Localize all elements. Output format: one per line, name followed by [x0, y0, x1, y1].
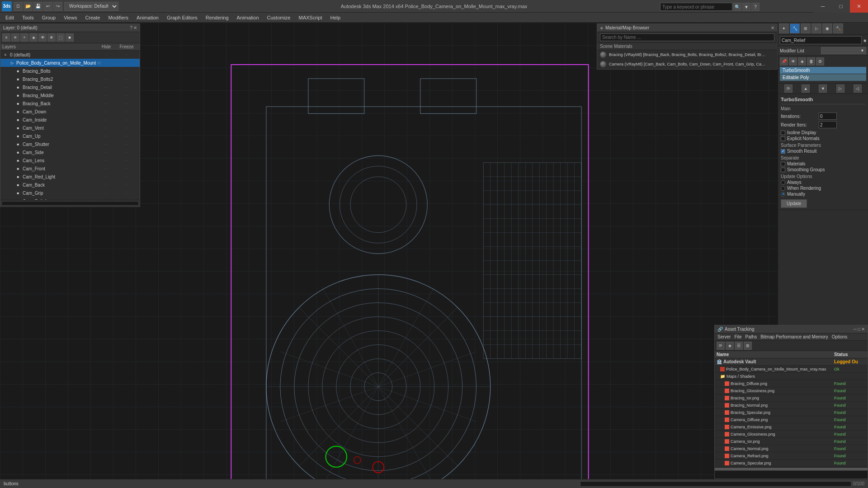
asset-detail-view-btn[interactable]: ⊞ [744, 342, 752, 350]
asset-item-camera-refract[interactable]: Camera_Refract.png Found [715, 452, 868, 460]
pin-stack-btn[interactable]: 📌 [780, 57, 788, 66]
close-btn[interactable]: ✕ [850, 0, 868, 13]
layer-freeze-btn[interactable]: ❄ [47, 33, 56, 42]
layer-item-cam-front[interactable]: ■ Cam_Front ··· ··· [0, 164, 140, 173]
menu-customize[interactable]: Customize [264, 13, 294, 23]
layer-item-police-body[interactable]: ▷ Police_Body_Camera_on_Molle_Mount □ ··… [0, 59, 140, 67]
timeline-bar[interactable] [580, 481, 851, 487]
make-unique-btn[interactable]: ◈ [798, 57, 806, 66]
mod-icon-5[interactable]: ◁ [854, 84, 862, 93]
menu-graph-editors[interactable]: Graph Editors [163, 13, 201, 23]
layer-panel-help[interactable]: ? [130, 25, 132, 30]
explicit-normals-checkbox[interactable] [781, 136, 785, 141]
render-iters-input[interactable] [819, 121, 837, 128]
asset-item-camera-emissive[interactable]: Camera_Emissive.png Found [715, 423, 868, 431]
create-panel-btn[interactable]: ✦ [779, 23, 789, 33]
materials-checkbox[interactable] [781, 162, 785, 166]
search-options-btn[interactable]: ▼ [742, 3, 750, 11]
asset-menu-options[interactable]: Options [832, 334, 847, 339]
layer-select-btn[interactable]: ◈ [29, 33, 38, 42]
asset-item-bracing-normal[interactable]: Bracing_Normal.png Found [715, 402, 868, 409]
material-browser-close[interactable]: ✕ [771, 25, 774, 30]
layer-scrollbar-track[interactable] [1, 201, 139, 206]
layer-item-cam-red-light[interactable]: ■ Cam_Red_Light ··· ··· [0, 173, 140, 181]
layer-item-cam-down[interactable]: ■ Cam_Down ··· ··· [0, 108, 140, 116]
asset-item-bracing-ior[interactable]: Bracing_Ior.png Found [715, 394, 868, 402]
hierarchy-btn[interactable]: ⊞ [801, 23, 811, 33]
asset-refresh-btn[interactable]: ⟳ [717, 342, 725, 350]
turbosmooth-modifier[interactable]: TurboSmooth [780, 67, 866, 74]
asset-item-vault[interactable]: 🏦 Autodesk Vault Logged Ou [715, 358, 868, 366]
layer-item-cam-shutter[interactable]: ■ Cam_Shutter ··· ··· [0, 140, 140, 148]
asset-item-bracing-diffuse[interactable]: Bracing_Diffuse.png Found [715, 380, 868, 387]
asset-menu-paths[interactable]: Paths [745, 334, 757, 339]
modifier-list-dropdown[interactable]: ▼ [821, 47, 866, 54]
layer-item-cam-lens[interactable]: ■ Cam_Lens ··· ··· [0, 156, 140, 164]
menu-animation[interactable]: Animation [133, 13, 162, 23]
asset-tracking-maximize[interactable]: □ [858, 327, 860, 332]
layer-item-cam-back[interactable]: ■ Cam_Back ··· ··· [0, 181, 140, 189]
layer-item-bracing-middle[interactable]: ■ Bracing_Middle ··· ··· [0, 91, 140, 99]
material-bracing[interactable]: Bracing (VRayMtl) [Bracing_Back, Bracing… [597, 50, 777, 60]
asset-item-bracing-specular[interactable]: Bracing_Specular.png Found [715, 409, 868, 416]
asset-tracking-close[interactable]: ✕ [861, 327, 865, 332]
object-color-swatch[interactable]: ■ [863, 38, 866, 43]
layer-item-bracing-detail[interactable]: ■ Bracing_Detail ··· ··· [0, 83, 140, 91]
help-btn[interactable]: ? [751, 3, 760, 11]
menu-tools[interactable]: Tools [19, 13, 38, 23]
asset-item-camera-normal[interactable]: Camera_Normal.png Found [715, 445, 868, 452]
asset-item-camera-glossiness[interactable]: Camera_Glossiness.png Found [715, 431, 868, 438]
smooth-result-checkbox[interactable] [781, 149, 785, 154]
config-btn[interactable]: ⚙ [816, 57, 824, 66]
update-button[interactable]: Update [781, 199, 807, 208]
asset-item-camera-specular[interactable]: Camera_Specular.png Found [715, 460, 868, 467]
menu-group[interactable]: Group [38, 13, 60, 23]
minimize-btn[interactable]: ─ [814, 0, 832, 13]
layer-add-btn[interactable]: + [20, 33, 28, 42]
layer-item-bracing-bolts2[interactable]: ■ Bracing_Bolts2 ··· ··· [0, 75, 140, 83]
menu-edit[interactable]: Edit [2, 13, 18, 23]
layer-delete-btn[interactable]: ✕ [11, 33, 19, 42]
display-btn[interactable]: ◉ [822, 23, 832, 33]
workspace-select[interactable]: Workspace: Default [64, 2, 118, 11]
remove-modifier-btn[interactable]: 🗑 [807, 57, 815, 66]
motion-btn[interactable]: ▷ [811, 23, 821, 33]
open-btn[interactable]: 📂 [24, 2, 33, 11]
layer-item-cam-vent[interactable]: ■ Cam_Vent ··· ··· [0, 124, 140, 132]
asset-tracking-minimize[interactable]: ─ [854, 327, 857, 332]
object-name-input[interactable]: Cam_Relief [780, 36, 862, 44]
always-radio[interactable] [781, 180, 785, 185]
asset-item-bracing-glossiness[interactable]: Bracing_Glossiness.png Found [715, 387, 868, 394]
asset-list-view-btn[interactable]: ☰ [735, 342, 743, 350]
maximize-btn[interactable]: □ [832, 0, 850, 13]
layer-item-cam-side[interactable]: ■ Cam_Side ··· ··· [0, 148, 140, 156]
layer-item-default[interactable]: ≡ 0 (default) ··· ··· [0, 51, 140, 59]
mod-icon-2[interactable]: ▲ [802, 84, 810, 93]
layer-item-bracing-bolts[interactable]: ■ Bracing_Bolts ··· ··· [0, 67, 140, 75]
menu-modifiers[interactable]: Modifiers [104, 13, 132, 23]
show-all-btn[interactable]: 👁 [789, 57, 797, 66]
layer-color-btn[interactable]: ■ [66, 33, 74, 42]
editable-poly-modifier[interactable]: Editable Poly [780, 74, 866, 81]
undo-btn[interactable]: ↩ [43, 2, 52, 11]
when-rendering-radio[interactable] [781, 186, 785, 191]
layer-panel-close[interactable]: ✕ [133, 25, 137, 30]
asset-menu-server[interactable]: Server [717, 334, 731, 339]
layer-hide-btn[interactable]: 👁 [38, 33, 47, 42]
asset-scrollbar[interactable] [715, 467, 868, 470]
menu-maxscript[interactable]: MAXScript [295, 13, 326, 23]
utilities-btn[interactable]: 🔨 [833, 23, 843, 33]
isoline-checkbox[interactable] [781, 131, 785, 135]
menu-create[interactable]: Create [81, 13, 104, 23]
mod-icon-3[interactable]: ▼ [819, 84, 827, 93]
save-btn[interactable]: 💾 [33, 2, 42, 11]
menu-animation2[interactable]: Animation [233, 13, 263, 23]
modify-panel-btn[interactable]: 🔧 [790, 23, 800, 33]
layer-item-cam-up[interactable]: ■ Cam_Up ··· ··· [0, 132, 140, 140]
search-button[interactable]: 🔍 [733, 3, 741, 11]
layer-item-bracing-back[interactable]: ■ Bracing_Back ··· ··· [0, 99, 140, 108]
asset-item-max-file[interactable]: Police_Body_Camera_on_Molle_Mount_max_vr… [715, 366, 868, 373]
asset-item-maps-folder[interactable]: 📁 Maps / Shaders [715, 373, 868, 380]
layer-scrollbar[interactable] [0, 200, 140, 206]
asset-menu-bitmap[interactable]: Bitmap Performance and Memory [760, 334, 828, 339]
